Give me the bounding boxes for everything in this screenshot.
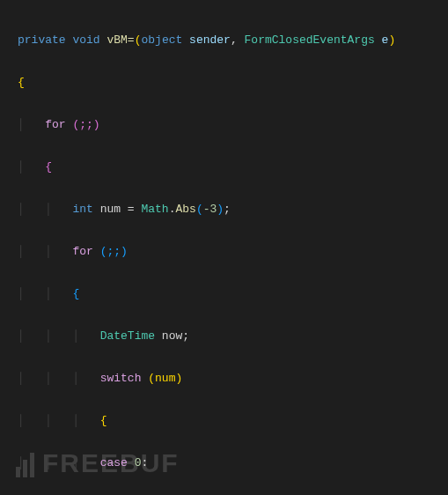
code-line: │ │ │ {	[18, 414, 448, 428]
code-line: │ for (;;)	[18, 118, 448, 132]
code-line: │ │ int num = Math.Abs(-3);	[18, 203, 448, 217]
code-line: │ │ │ case 0:	[18, 456, 448, 470]
code-line: │ │ │ switch (num)	[18, 372, 448, 386]
code-line: │ {	[18, 160, 448, 174]
code-line: {	[18, 76, 448, 90]
code-line: │ │ {	[18, 287, 448, 301]
code-line: private void vBM=(object sender, FormClo…	[18, 33, 448, 48]
code-line: │ │ │ DateTime now;	[18, 329, 448, 344]
code-line: │ │ for (;;)	[18, 245, 448, 259]
code-editor[interactable]: private void vBM=(object sender, FormClo…	[0, 0, 448, 495]
